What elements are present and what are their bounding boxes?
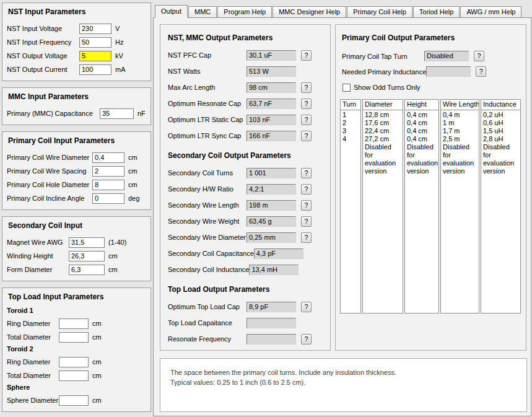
- nst-input-frequency-field[interactable]: [79, 37, 111, 48]
- output-row: Max Arc Length 98 cm ?: [160, 79, 330, 95]
- unit-label: cm: [92, 333, 102, 341]
- field-label: Total Diameter: [7, 333, 59, 341]
- toroid1-total-diameter-field[interactable]: [59, 332, 89, 343]
- winding-height-field[interactable]: [69, 251, 105, 261]
- column-body: 0,4 m 1 m 1,7 m 2,5 m Disabled for evalu…: [441, 110, 479, 176]
- output-label: Secondary Wire Diameter: [168, 234, 246, 241]
- help-button[interactable]: ?: [301, 50, 312, 61]
- help-button[interactable]: ?: [301, 82, 312, 93]
- tab-toriod-help[interactable]: Toriod Help: [413, 6, 460, 18]
- tab-program-help[interactable]: Program Help: [217, 6, 272, 18]
- mmc-capacitance-field[interactable]: [100, 108, 134, 119]
- column-body: 0,2 uH 0,6 uH 1,5 uH 2,8 uH Disabled for…: [481, 110, 520, 176]
- form-row: Ring Diameter cm: [7, 317, 146, 330]
- magnet-wire-awg-field[interactable]: [69, 237, 105, 248]
- output-label: Secondary Coil Turns: [168, 169, 246, 177]
- help-button[interactable]: ?: [301, 216, 312, 227]
- help-button[interactable]: ?: [301, 184, 312, 195]
- column-header: Height: [405, 100, 438, 110]
- output-label: Optimum LTR Static Cap: [168, 116, 246, 123]
- help-button[interactable]: ?: [301, 302, 312, 312]
- wire-length-column[interactable]: Wire Length 0,4 m 1 m 1,7 m 2,5 m Disabl…: [440, 99, 479, 314]
- table-cell: 22,4 cm: [365, 127, 401, 135]
- table-cell: 0,2 uH: [483, 111, 518, 119]
- field-label: NST Output Voltage: [7, 52, 79, 59]
- secondary-wire-weight-value: 63,45 g: [246, 216, 296, 227]
- column-header: Turn: [341, 100, 360, 110]
- form-row: Primary (MMC) Capacitance nF: [7, 107, 146, 120]
- table-cell: 1: [342, 111, 359, 119]
- show-odd-turns-checkbox[interactable]: [342, 84, 351, 92]
- primary-wire-spacing-field[interactable]: [92, 166, 124, 177]
- tab-mmc[interactable]: MMC: [188, 6, 217, 18]
- height-column[interactable]: Height 0,4 cm 0,4 cm 0,4 cm 0,4 cm Disab…: [404, 99, 439, 314]
- tab-awg-mm-help[interactable]: AWG / mm Help: [460, 6, 521, 18]
- output-row: Secondary Wire Length 198 m ?: [160, 197, 330, 213]
- column-body: 1 2 3 4: [341, 110, 360, 144]
- table-cell: 1,5 uH: [483, 127, 518, 135]
- help-button[interactable]: ?: [301, 99, 312, 109]
- turn-column[interactable]: Turn 1 2 3 4: [340, 99, 361, 314]
- form-row: NST Input Voltage V: [7, 22, 146, 35]
- form-row: Ring Diameter cm: [7, 355, 146, 369]
- help-button[interactable]: ?: [301, 232, 312, 243]
- toroid1-ring-diameter-field[interactable]: [59, 318, 89, 329]
- toroid2-ring-diameter-field[interactable]: [59, 357, 89, 367]
- unit-label: cm: [128, 181, 137, 188]
- unit-label: nF: [137, 110, 146, 117]
- sphere-diameter-field[interactable]: [59, 395, 89, 406]
- nst-input-voltage-field[interactable]: [79, 24, 111, 34]
- output-row: Optimum Resonate Cap 63,7 nF ?: [160, 95, 330, 112]
- secondary-coil-capacitance-value: 4,3 pF: [254, 248, 303, 259]
- primary-hole-diameter-field[interactable]: [92, 180, 124, 190]
- output-row: Resonate Frequency ?: [160, 331, 330, 347]
- nst-output-current-field[interactable]: [79, 64, 111, 75]
- help-button[interactable]: ?: [301, 131, 312, 141]
- context-help-box: The space between the primary coil turns…: [160, 358, 527, 412]
- help-button[interactable]: ?: [474, 51, 484, 61]
- inductance-column[interactable]: Inductance 0,2 uH 0,6 uH 1,5 uH 2,8 uH D…: [481, 99, 521, 314]
- form-row: Total Diameter cm: [7, 330, 146, 344]
- nst-input-section: NST Input Parameters NST Input Voltage V…: [2, 2, 151, 81]
- help-button[interactable]: ?: [301, 168, 312, 178]
- table-cell: 0,4 cm: [407, 135, 437, 143]
- field-label: NST Input Frequency: [7, 38, 79, 46]
- section-title: NST, MMC Output Parameters: [168, 33, 330, 42]
- form-diameter-field[interactable]: [69, 265, 105, 275]
- column-body: 12,8 cm 17,6 cm 22,4 cm 27,2 cm Disabled…: [363, 110, 403, 176]
- output-tab-panel: NST, MMC Output Parameters NST PFC Cap 3…: [153, 17, 531, 416]
- section-title: Primary Coil Output Parameters: [342, 33, 526, 42]
- toroid2-total-diameter-field[interactable]: [59, 371, 89, 381]
- tap-turn-value: Disabled: [424, 51, 469, 61]
- help-button[interactable]: ?: [301, 200, 312, 211]
- field-label: Form Diameter: [7, 266, 69, 273]
- primary-incline-angle-field[interactable]: [92, 193, 124, 204]
- tab-mmc-designer-help[interactable]: MMC Designer Help: [273, 6, 346, 18]
- secondary-coil-inductance-value: 13,4 mH: [249, 265, 299, 275]
- tab-primary-coil-help[interactable]: Primary Coil Help: [347, 6, 412, 18]
- unit-label: Hz: [115, 38, 123, 46]
- table-cell: 0,4 cm: [407, 119, 437, 127]
- field-label: Total Diameter: [7, 372, 59, 379]
- nst-output-voltage-field[interactable]: [79, 51, 111, 61]
- form-row: Magnet Wire AWG (1-40): [7, 235, 146, 249]
- form-row: Total Diameter cm: [7, 369, 146, 382]
- checkbox-label: Show Odd Turns Only: [354, 84, 421, 91]
- column-header: Diameter: [363, 100, 403, 110]
- help-line-2: Typical values: 0.25 to 1 inch (0.6 to 2…: [170, 377, 519, 387]
- output-label: Secondary Coil Inductance: [168, 266, 249, 273]
- help-button[interactable]: ?: [476, 66, 486, 77]
- tab-output[interactable]: Output: [155, 5, 188, 18]
- diameter-column[interactable]: Diameter 12,8 cm 17,6 cm 22,4 cm 27,2 cm…: [362, 99, 403, 314]
- help-button[interactable]: ?: [301, 334, 312, 345]
- table-cell: 0,4 cm: [407, 111, 437, 119]
- primary-wire-diameter-field[interactable]: [92, 152, 124, 163]
- table-cell: 2,5 m: [443, 135, 477, 143]
- form-row: Primary Coil Hole Diameter cm: [7, 178, 146, 191]
- help-button[interactable]: ?: [301, 115, 312, 125]
- table-cell: 12,8 cm: [365, 111, 401, 119]
- column-body: 0,4 cm 0,4 cm 0,4 cm 0,4 cm Disabled for…: [405, 110, 438, 176]
- output-label: Needed Primary Inductance: [342, 68, 426, 76]
- primary-turns-table: Turn 1 2 3 4 Diameter 12,8 cm 17,6 cm 22…: [340, 99, 526, 314]
- section-title: Top Load Output Parameters: [168, 285, 330, 294]
